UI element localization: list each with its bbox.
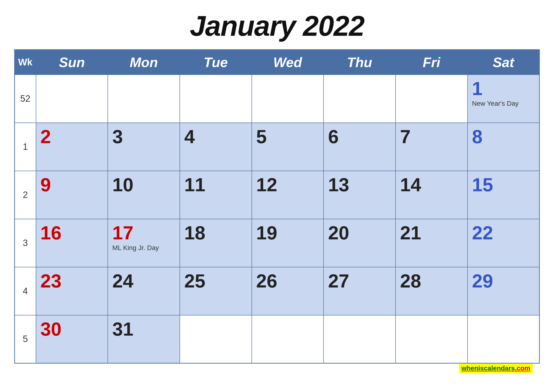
calendar-week-row: 31617ML King Jr. Day1819202122 <box>15 219 540 267</box>
day-number: 11 <box>184 175 246 194</box>
day-cell: 28 <box>395 267 468 315</box>
wk-column-header: Wk <box>15 50 36 75</box>
day-cell: 11 <box>180 171 252 219</box>
day-cell: 17ML King Jr. Day <box>108 219 180 267</box>
day-number: 24 <box>112 272 174 291</box>
day-cell: 29 <box>468 267 540 315</box>
day-number: 23 <box>41 272 103 291</box>
day-number: 10 <box>112 175 174 194</box>
day-cell: 12 <box>252 171 324 219</box>
calendar-week-row: 521New Year's Day <box>15 75 540 123</box>
day-number: 1 <box>472 79 534 98</box>
thu-column-header: Thu <box>324 50 395 75</box>
wk-cell: 2 <box>15 171 36 219</box>
day-cell: 6 <box>324 123 395 171</box>
day-number: 7 <box>400 127 462 146</box>
watermark-text1: wheniscalendars <box>461 364 515 372</box>
calendar-table: Wk Sun Mon Tue Wed Thu Fri Sat 521New Ye… <box>14 49 540 364</box>
day-number: 22 <box>472 224 534 242</box>
watermark-text2: .com <box>515 364 530 372</box>
sat-column-header: Sat <box>468 50 540 75</box>
holiday-label: ML King Jr. Day <box>112 244 174 252</box>
day-cell: 20 <box>324 219 395 267</box>
day-cell: 30 <box>36 315 108 363</box>
calendar-week-row: 53031 <box>15 315 540 363</box>
day-cell <box>180 75 252 123</box>
day-number: 18 <box>184 224 246 242</box>
day-number: 21 <box>400 224 462 242</box>
day-cell: 27 <box>324 267 395 315</box>
day-cell <box>36 75 108 123</box>
watermark: wheniscalendars.com <box>459 364 533 373</box>
wk-cell: 52 <box>15 75 36 123</box>
day-number: 30 <box>41 320 103 339</box>
day-number: 12 <box>256 175 318 194</box>
day-number: 16 <box>41 224 103 242</box>
day-number: 31 <box>112 320 174 339</box>
day-cell: 31 <box>108 315 180 363</box>
day-number: 15 <box>472 175 534 194</box>
day-number: 19 <box>256 224 318 242</box>
day-cell: 8 <box>468 123 540 171</box>
holiday-label: New Year's Day <box>472 99 534 108</box>
day-cell: 18 <box>180 219 252 267</box>
day-cell: 13 <box>324 171 395 219</box>
wk-cell: 4 <box>15 267 36 315</box>
day-cell: 26 <box>252 267 324 315</box>
day-cell: 7 <box>395 123 468 171</box>
day-cell: 22 <box>468 219 540 267</box>
day-cell: 9 <box>36 171 108 219</box>
day-cell <box>395 315 468 363</box>
calendar-header-row: Wk Sun Mon Tue Wed Thu Fri Sat <box>15 50 540 75</box>
day-cell <box>252 315 324 363</box>
day-number: 2 <box>41 127 103 146</box>
calendar-week-row: 12345678 <box>15 123 540 171</box>
day-cell: 19 <box>252 219 324 267</box>
day-cell: 1New Year's Day <box>468 75 540 123</box>
wk-cell: 5 <box>15 315 36 363</box>
day-cell <box>468 315 540 363</box>
day-cell <box>324 75 395 123</box>
day-number: 26 <box>256 272 318 291</box>
day-cell: 25 <box>180 267 252 315</box>
day-number: 28 <box>400 272 462 291</box>
day-cell <box>395 75 468 123</box>
tue-column-header: Tue <box>180 50 252 75</box>
day-cell: 5 <box>252 123 324 171</box>
day-cell: 16 <box>36 219 108 267</box>
mon-column-header: Mon <box>108 50 180 75</box>
day-cell: 15 <box>468 171 540 219</box>
day-cell <box>324 315 395 363</box>
sun-column-header: Sun <box>36 50 108 75</box>
day-cell: 24 <box>108 267 180 315</box>
day-number: 8 <box>472 127 534 146</box>
day-number: 4 <box>184 127 246 146</box>
day-cell: 14 <box>395 171 468 219</box>
wk-cell: 1 <box>15 123 36 171</box>
day-number: 6 <box>328 127 390 146</box>
day-cell: 23 <box>36 267 108 315</box>
day-number: 20 <box>328 224 390 242</box>
day-cell: 10 <box>108 171 180 219</box>
wed-column-header: Wed <box>252 50 324 75</box>
day-cell: 4 <box>180 123 252 171</box>
day-number: 29 <box>472 272 534 291</box>
page-title: January 2022 <box>190 9 364 42</box>
day-number: 17 <box>112 224 174 242</box>
day-number: 5 <box>256 127 318 146</box>
day-cell <box>108 75 180 123</box>
day-number: 25 <box>184 272 246 291</box>
fri-column-header: Fri <box>395 50 468 75</box>
day-cell: 21 <box>395 219 468 267</box>
day-cell: 3 <box>108 123 180 171</box>
day-number: 27 <box>328 272 390 291</box>
day-number: 9 <box>41 175 103 194</box>
day-cell: 2 <box>36 123 108 171</box>
day-number: 3 <box>112 127 174 146</box>
day-number: 14 <box>400 175 462 194</box>
calendar-week-row: 423242526272829 <box>15 267 540 315</box>
day-number: 13 <box>328 175 390 194</box>
day-cell <box>252 75 324 123</box>
day-cell <box>180 315 252 363</box>
wk-cell: 3 <box>15 219 36 267</box>
